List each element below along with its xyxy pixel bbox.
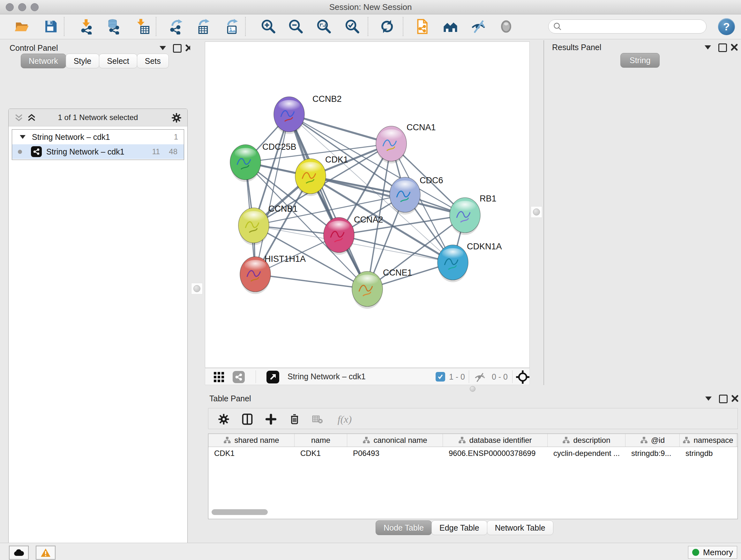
function-builder-icon[interactable]: f(x): [330, 411, 359, 428]
tab-node-table[interactable]: Node Table: [376, 520, 432, 535]
table-toolbar: f(x): [208, 408, 738, 429]
table-cell[interactable]: stringdb: [680, 447, 737, 460]
column-header-description[interactable]: description: [548, 434, 625, 447]
column-header-canonical-name[interactable]: canonical name: [347, 434, 443, 447]
column-header-database-identifier[interactable]: database identifier: [443, 434, 548, 447]
tab-style[interactable]: Style: [66, 54, 99, 68]
cloud-status-button[interactable]: [9, 546, 29, 560]
help-icon[interactable]: ?: [718, 18, 735, 35]
left-splitter-handle[interactable]: [191, 283, 203, 294]
table-cell[interactable]: stringdb:9...: [625, 447, 680, 460]
selected-counts: 1 - 0: [449, 372, 465, 381]
panel-menu-icon[interactable]: [705, 396, 712, 401]
network-canvas[interactable]: CCNB2CCNA1CDC25BCDK1CDC6RB1CCNB1CCNA2CDK…: [205, 42, 530, 368]
zoom-out-icon[interactable]: [286, 17, 305, 36]
node-gloss: [328, 221, 350, 232]
title-bar: Session: New Session: [0, 0, 741, 14]
export-image-icon[interactable]: [222, 17, 241, 36]
tab-edge-table[interactable]: Edge Table: [431, 520, 487, 535]
string-protein-query-icon[interactable]: [441, 17, 460, 36]
footer-separator: [256, 370, 256, 383]
table-cell[interactable]: P06493: [347, 447, 443, 460]
selected-checkbox-icon[interactable]: [435, 372, 445, 381]
warning-icon: [41, 548, 51, 557]
table-cell[interactable]: CDK1: [294, 447, 347, 460]
show-columns-icon[interactable]: [239, 411, 256, 428]
import-network-from-database-icon[interactable]: [104, 17, 123, 36]
toolbar-separator: [245, 17, 246, 36]
network-edge[interactable]: [255, 274, 367, 289]
memory-label: Memory: [703, 548, 733, 557]
column-header-shared-name[interactable]: shared name: [208, 434, 294, 447]
hide-selected-icon[interactable]: [469, 17, 488, 36]
new-network-from-selection-icon[interactable]: [413, 17, 432, 36]
left-splitter[interactable]: [190, 40, 205, 534]
column-header-namespace[interactable]: namespace: [680, 434, 737, 447]
panel-float-icon[interactable]: [718, 44, 727, 52]
open-session-icon[interactable]: [12, 17, 31, 36]
import-table-from-file-icon[interactable]: [133, 17, 152, 36]
right-splitter[interactable]: [530, 40, 544, 385]
panel-close-icon[interactable]: [731, 44, 738, 51]
horizontal-scrollbar[interactable]: [212, 509, 268, 515]
table-cell[interactable]: CDK1: [208, 447, 294, 460]
delete-column-icon[interactable]: [286, 411, 303, 428]
warning-status-button[interactable]: [36, 546, 56, 560]
node-label: CCNE1: [383, 268, 412, 277]
panel-menu-icon[interactable]: [704, 45, 711, 50]
column-type-icon: [223, 436, 231, 444]
delete-table-icon[interactable]: [309, 411, 326, 428]
export-network-icon[interactable]: [166, 17, 185, 36]
network-options-gear-icon[interactable]: [172, 113, 182, 123]
panel-float-icon[interactable]: [719, 395, 728, 403]
toolbar-separator: [367, 17, 368, 36]
network-share-view-icon[interactable]: [232, 371, 245, 383]
table-cell[interactable]: cyclin-dependent ...: [548, 447, 625, 460]
tab-select[interactable]: Select: [99, 54, 137, 68]
table-tabs: Node TableEdge TableNetwork Table: [376, 520, 553, 535]
horizontal-splitter[interactable]: [205, 385, 741, 393]
status-bar: Memory: [0, 543, 741, 560]
column-type-icon: [562, 436, 570, 444]
table-body: CDK1CDK1P064939606.ENSP00000378699cyclin…: [208, 447, 738, 460]
search-input[interactable]: [562, 22, 706, 31]
memory-button[interactable]: Memory: [688, 546, 737, 559]
refresh-view-icon[interactable]: [378, 17, 397, 36]
collection-expand-icon[interactable]: [20, 135, 25, 139]
network-collection-row[interactable]: String Network – cdk1 1: [12, 130, 184, 144]
results-panel: Results Panel String Expand All Collapse…: [543, 40, 741, 385]
show-all-icon[interactable]: [496, 17, 516, 36]
tab-network[interactable]: Network: [21, 54, 66, 68]
network-edge[interactable]: [255, 114, 289, 274]
tab-string[interactable]: String: [620, 53, 660, 68]
table-row[interactable]: CDK1CDK1P064939606.ENSP00000378699cyclin…: [208, 447, 738, 460]
column-header-name[interactable]: name: [294, 434, 347, 447]
column-header-@id[interactable]: @id: [625, 434, 680, 447]
network-edge[interactable]: [289, 114, 391, 144]
table-settings-gear-icon[interactable]: [215, 411, 232, 428]
table-cell[interactable]: 9606.ENSP00000378699: [443, 447, 548, 460]
tab-network-table[interactable]: Network Table: [487, 520, 553, 535]
panel-menu-icon[interactable]: [159, 46, 166, 50]
node-gloss: [442, 248, 464, 260]
node-table: shared namenamecanonical namedatabase id…: [208, 434, 738, 519]
add-column-icon[interactable]: [263, 411, 279, 428]
right-splitter-handle[interactable]: [531, 206, 542, 218]
network-row[interactable]: String Network – cdk1 11 48: [12, 144, 184, 159]
footer-separator: [469, 370, 469, 383]
grid-view-icon[interactable]: [213, 372, 224, 382]
toolbar-separator: [156, 17, 156, 36]
zoom-in-icon[interactable]: [259, 17, 278, 36]
export-table-icon[interactable]: [194, 17, 213, 36]
fit-selection-crosshair-icon[interactable]: [516, 370, 529, 384]
zoom-fit-content-icon[interactable]: [314, 17, 333, 36]
import-network-from-file-icon[interactable]: [77, 17, 96, 36]
panel-close-icon[interactable]: [731, 395, 739, 402]
save-session-icon[interactable]: [41, 17, 60, 36]
zoom-selected-icon[interactable]: [342, 17, 361, 36]
birdseye-view-icon[interactable]: [266, 371, 279, 383]
node-gloss: [245, 260, 266, 271]
tab-sets[interactable]: Sets: [137, 54, 169, 68]
panel-float-icon[interactable]: [173, 44, 182, 53]
horizontal-splitter-handle[interactable]: [470, 386, 475, 392]
